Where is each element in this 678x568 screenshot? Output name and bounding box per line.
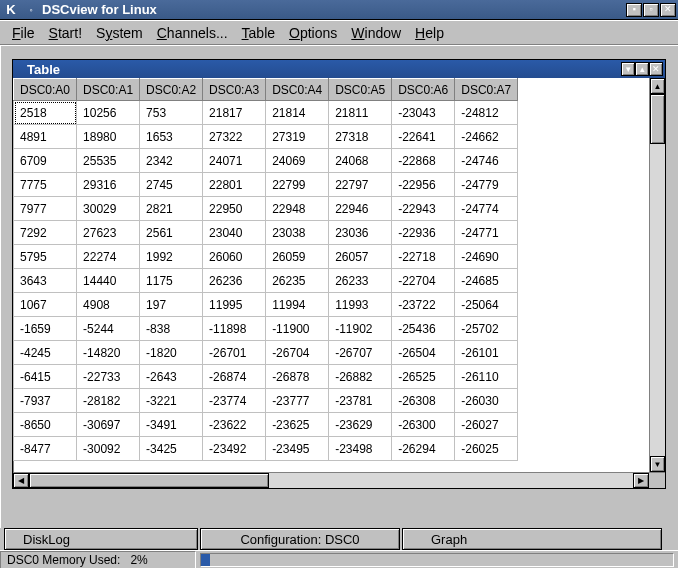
table-cell[interactable]: 6709 (14, 149, 77, 173)
table-cell[interactable]: -26504 (392, 341, 455, 365)
table-cell[interactable]: 22948 (266, 197, 329, 221)
table-cell[interactable]: -11902 (329, 317, 392, 341)
table-cell[interactable]: -11898 (203, 317, 266, 341)
table-cell[interactable]: 753 (140, 101, 203, 125)
tab-graph[interactable]: Graph (402, 528, 662, 550)
table-cell[interactable]: -26525 (392, 365, 455, 389)
table-cell[interactable]: -24812 (455, 101, 518, 125)
subwindow-maximize-button[interactable]: ▴ (635, 62, 649, 76)
table-cell[interactable]: 24068 (329, 149, 392, 173)
table-cell[interactable]: 22950 (203, 197, 266, 221)
table-cell[interactable]: 24069 (266, 149, 329, 173)
table-cell[interactable]: -26704 (266, 341, 329, 365)
table-cell[interactable]: -22704 (392, 269, 455, 293)
vertical-scrollbar[interactable]: ▲ ▼ (649, 78, 665, 472)
table-cell[interactable]: -24774 (455, 197, 518, 221)
table-cell[interactable]: 22274 (77, 245, 140, 269)
column-header[interactable]: DSC0:A2 (140, 79, 203, 101)
table-cell[interactable]: -22641 (392, 125, 455, 149)
table-cell[interactable]: 26057 (329, 245, 392, 269)
table-cell[interactable]: 2518 (14, 101, 77, 125)
table-cell[interactable]: -22943 (392, 197, 455, 221)
tab-configuration[interactable]: Configuration: DSC0 (200, 528, 400, 550)
column-header[interactable]: DSC0:A1 (77, 79, 140, 101)
table-cell[interactable]: 1992 (140, 245, 203, 269)
table-cell[interactable]: 197 (140, 293, 203, 317)
table-cell[interactable]: -25702 (455, 317, 518, 341)
column-header[interactable]: DSC0:A6 (392, 79, 455, 101)
table-cell[interactable]: -24779 (455, 173, 518, 197)
table-cell[interactable]: 7292 (14, 221, 77, 245)
column-header[interactable]: DSC0:A3 (203, 79, 266, 101)
table-cell[interactable]: 23040 (203, 221, 266, 245)
scroll-up-icon[interactable]: ▲ (650, 78, 665, 94)
table-cell[interactable]: -24690 (455, 245, 518, 269)
table-cell[interactable]: 27623 (77, 221, 140, 245)
table-cell[interactable]: 2561 (140, 221, 203, 245)
table-cell[interactable]: 2821 (140, 197, 203, 221)
table-cell[interactable]: 2745 (140, 173, 203, 197)
table-cell[interactable]: -25436 (392, 317, 455, 341)
column-header[interactable]: DSC0:A5 (329, 79, 392, 101)
table-cell[interactable]: -6415 (14, 365, 77, 389)
menu-help[interactable]: Help (409, 23, 450, 43)
subwindow-minimize-button[interactable]: ▾ (621, 62, 635, 76)
scroll-down-icon[interactable]: ▼ (650, 456, 665, 472)
menu-table[interactable]: Table (236, 23, 281, 43)
column-header[interactable]: DSC0:A7 (455, 79, 518, 101)
table-cell[interactable]: 1067 (14, 293, 77, 317)
table-cell[interactable]: -2643 (140, 365, 203, 389)
table-cell[interactable]: 11993 (329, 293, 392, 317)
table-cell[interactable]: 22799 (266, 173, 329, 197)
menu-start[interactable]: Start! (43, 23, 88, 43)
table-cell[interactable]: -11900 (266, 317, 329, 341)
table-cell[interactable]: 23036 (329, 221, 392, 245)
table-cell[interactable]: -7937 (14, 389, 77, 413)
table-cell[interactable]: -25064 (455, 293, 518, 317)
table-cell[interactable]: 1175 (140, 269, 203, 293)
table-cell[interactable]: 4908 (77, 293, 140, 317)
table-cell[interactable]: -3425 (140, 437, 203, 461)
table-cell[interactable]: 27319 (266, 125, 329, 149)
table-cell[interactable]: -23722 (392, 293, 455, 317)
table-cell[interactable]: -22733 (77, 365, 140, 389)
table-cell[interactable]: 26059 (266, 245, 329, 269)
table-cell[interactable]: -23043 (392, 101, 455, 125)
table-cell[interactable]: -23629 (329, 413, 392, 437)
table-cell[interactable]: 1653 (140, 125, 203, 149)
table-cell[interactable]: 22801 (203, 173, 266, 197)
table-cell[interactable]: 14440 (77, 269, 140, 293)
menu-window[interactable]: Window (345, 23, 407, 43)
table-cell[interactable]: -26101 (455, 341, 518, 365)
table-cell[interactable]: -28182 (77, 389, 140, 413)
table-cell[interactable]: 18980 (77, 125, 140, 149)
table-cell[interactable]: 22797 (329, 173, 392, 197)
table-cell[interactable]: -3491 (140, 413, 203, 437)
table-cell[interactable]: 30029 (77, 197, 140, 221)
table-cell[interactable]: 27318 (329, 125, 392, 149)
table-cell[interactable]: -22868 (392, 149, 455, 173)
table-cell[interactable]: 2342 (140, 149, 203, 173)
table-cell[interactable]: -8650 (14, 413, 77, 437)
vscroll-thumb[interactable] (650, 94, 665, 144)
table-cell[interactable]: -22718 (392, 245, 455, 269)
table-cell[interactable]: -5244 (77, 317, 140, 341)
table-cell[interactable]: -26110 (455, 365, 518, 389)
hscroll-track[interactable] (29, 473, 633, 488)
table-cell[interactable]: 7775 (14, 173, 77, 197)
table-cell[interactable]: -26707 (329, 341, 392, 365)
scroll-left-icon[interactable]: ◀ (13, 473, 29, 488)
table-cell[interactable]: 26235 (266, 269, 329, 293)
table-cell[interactable]: 23038 (266, 221, 329, 245)
table-cell[interactable]: -22956 (392, 173, 455, 197)
table-cell[interactable]: -24685 (455, 269, 518, 293)
table-cell[interactable]: -26874 (203, 365, 266, 389)
table-cell[interactable]: -30697 (77, 413, 140, 437)
pin-icon[interactable]: ◦ (22, 1, 40, 19)
table-cell[interactable]: -24771 (455, 221, 518, 245)
table-cell[interactable]: 26233 (329, 269, 392, 293)
table-cell[interactable]: 21814 (266, 101, 329, 125)
hscroll-thumb[interactable] (29, 473, 269, 488)
minimize-button[interactable]: ▪ (626, 3, 642, 17)
table-cell[interactable]: -23498 (329, 437, 392, 461)
